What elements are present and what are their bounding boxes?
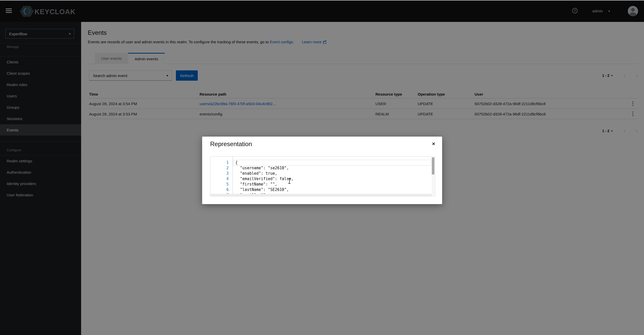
modal-title: Representation: [210, 140, 252, 148]
code-line: {: [235, 160, 431, 165]
horizontal-scrollbar[interactable]: [210, 194, 432, 196]
vertical-scrollbar[interactable]: [432, 157, 435, 196]
line-number: 5: [210, 182, 233, 187]
line-number: 2: [210, 165, 233, 171]
code-editor[interactable]: 1 2 3 4 5 6 7 { "username": "se2610", "e…: [210, 156, 435, 196]
line-number: 3: [210, 171, 233, 176]
line-number: 6: [210, 187, 233, 192]
code-line: "firstName": "",: [235, 182, 431, 187]
representation-modal: Representation ✕ 1 2 3 4 5 6 7 { "userna…: [202, 137, 442, 204]
code-line: "enabled": true,: [235, 171, 431, 176]
top-edge-strip: [0, 0, 644, 1]
vertical-scrollbar-thumb[interactable]: [432, 157, 434, 174]
line-number-gutter: 1 2 3 4 5 6 7: [210, 157, 233, 196]
code-line: "lastName": "SE2610",: [235, 187, 431, 192]
close-icon[interactable]: ✕: [432, 141, 435, 147]
line-number: 1: [210, 160, 233, 165]
code-line: "emailVerified": false,: [235, 176, 431, 182]
line-number: 4: [210, 176, 233, 182]
code-content[interactable]: { "username": "se2610", "enabled": true,…: [233, 157, 431, 196]
code-line: "username": "se2610",: [235, 165, 431, 171]
